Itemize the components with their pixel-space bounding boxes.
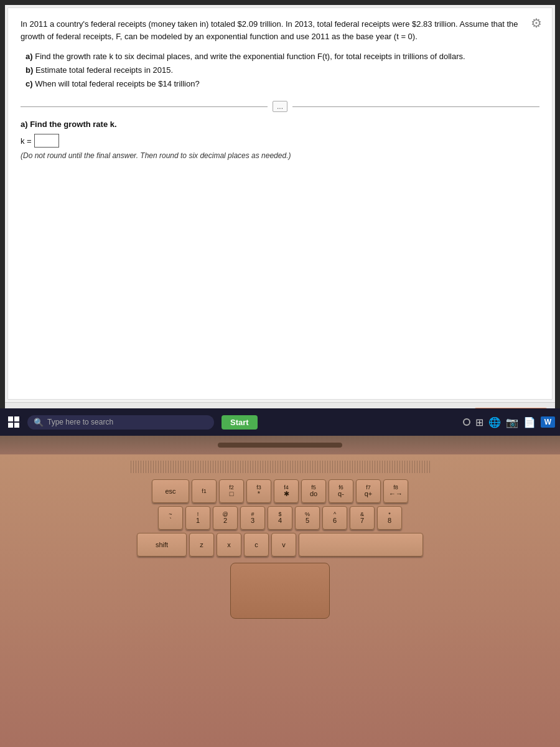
screen-area: ⚙ In 2011 a country's federal receipts (… bbox=[0, 0, 560, 436]
answer-section: a) Find the growth rate k. k = (Do not r… bbox=[21, 120, 539, 160]
browser-window: ⚙ In 2011 a country's federal receipts (… bbox=[5, 5, 555, 431]
sub-question-a: a) Find the growth rate k to six decimal… bbox=[26, 50, 539, 63]
taskbar-right: ⊞ 🌐 📷 📄 W bbox=[463, 416, 555, 428]
taskbar-app2-icon[interactable]: 📄 bbox=[523, 416, 536, 428]
problem-container: ⚙ In 2011 a country's federal receipts (… bbox=[7, 7, 553, 400]
key-f2[interactable]: f2□ bbox=[219, 479, 244, 503]
key-f4[interactable]: f4✱ bbox=[274, 479, 299, 503]
search-placeholder-text: Type here to search bbox=[47, 418, 113, 426]
search-icon: 🔍 bbox=[34, 418, 44, 427]
windows-icon[interactable] bbox=[5, 413, 22, 431]
settings-icon[interactable]: ⚙ bbox=[531, 16, 542, 31]
key-2[interactable]: @2 bbox=[213, 506, 238, 530]
key-esc[interactable]: esc bbox=[152, 479, 189, 503]
key-6[interactable]: ^6 bbox=[322, 506, 347, 530]
divider-line-left bbox=[21, 106, 268, 107]
search-bar[interactable]: 🔍 Type here to search bbox=[27, 415, 214, 430]
key-f7[interactable]: f7q+ bbox=[356, 479, 381, 503]
hinge-area bbox=[0, 436, 560, 454]
key-space[interactable] bbox=[299, 533, 423, 557]
k-input[interactable] bbox=[34, 134, 59, 148]
taskbar-app1-icon[interactable]: 📷 bbox=[506, 416, 518, 428]
start-button[interactable]: Start bbox=[222, 415, 258, 430]
key-f5[interactable]: f5do bbox=[301, 479, 326, 503]
sub-a-text: Find the growth rate k to six decimal pl… bbox=[35, 52, 465, 61]
key-5[interactable]: %5 bbox=[295, 506, 320, 530]
key-v[interactable]: v bbox=[271, 533, 296, 557]
hinge-bar bbox=[218, 443, 342, 448]
key-f3[interactable]: f3* bbox=[246, 479, 271, 503]
divider: ... bbox=[21, 101, 539, 112]
taskbar-circle-icon bbox=[463, 418, 470, 426]
key-8[interactable]: *8 bbox=[377, 506, 402, 530]
sub-question-b: b) Estimate total federal receipts in 20… bbox=[26, 63, 539, 77]
key-row-space: shift z x c v bbox=[42, 533, 518, 557]
key-f1[interactable]: f1 bbox=[192, 479, 217, 503]
sub-b-text: Estimate total federal receipts in 2015. bbox=[35, 65, 173, 75]
hint-text: (Do not round until the final answer. Th… bbox=[21, 151, 539, 160]
taskbar-w-icon[interactable]: W bbox=[541, 416, 555, 428]
answer-section-title: a) Find the growth rate k. bbox=[21, 120, 539, 129]
key-c[interactable]: c bbox=[244, 533, 269, 557]
key-z[interactable]: z bbox=[189, 533, 214, 557]
sub-c-text: When will total federal receipts be $14 … bbox=[35, 79, 199, 88]
key-f6[interactable]: f6q- bbox=[329, 479, 353, 503]
content-area: ⚙ In 2011 a country's federal receipts (… bbox=[5, 5, 555, 431]
key-1[interactable]: !1 bbox=[185, 506, 210, 530]
touchpad[interactable] bbox=[230, 563, 330, 619]
key-tilde[interactable]: ~` bbox=[158, 506, 183, 530]
key-f8[interactable]: f8←→ bbox=[383, 479, 408, 503]
k-input-row: k = bbox=[21, 134, 539, 148]
key-7[interactable]: &7 bbox=[350, 506, 375, 530]
taskbar-desktop-icon[interactable]: ⊞ bbox=[475, 416, 483, 428]
sub-questions: a) Find the growth rate k to six decimal… bbox=[26, 50, 539, 91]
sub-a-label: a) bbox=[26, 52, 33, 61]
divider-dots: ... bbox=[273, 101, 287, 112]
key-row-fn: esc f1 f2□ f3* f4✱ f5do f6q- f7q+ f8←→ bbox=[42, 479, 518, 503]
key-4[interactable]: $4 bbox=[268, 506, 292, 530]
taskbar: 🔍 Type here to search Start ⊞ 🌐 📷 📄 W bbox=[0, 408, 560, 436]
divider-line-right bbox=[292, 106, 539, 107]
speaker-row bbox=[28, 461, 532, 473]
key-shift-left[interactable]: shift bbox=[137, 533, 187, 557]
laptop-body: esc f1 f2□ f3* f4✱ f5do f6q- f7q+ f8←→ ~… bbox=[0, 436, 560, 747]
speaker-grille bbox=[129, 461, 431, 473]
key-3[interactable]: #3 bbox=[240, 506, 265, 530]
keyboard-rows: esc f1 f2□ f3* f4✱ f5do f6q- f7q+ f8←→ ~… bbox=[42, 479, 518, 557]
k-label: k = bbox=[21, 136, 32, 146]
keyboard-area: esc f1 f2□ f3* f4✱ f5do f6q- f7q+ f8←→ ~… bbox=[0, 454, 560, 747]
key-x[interactable]: x bbox=[217, 533, 241, 557]
sub-b-label: b) bbox=[26, 65, 33, 75]
key-row-numbers: ~` !1 @2 #3 $4 %5 ^6 &7 *8 bbox=[42, 506, 518, 530]
taskbar-edge-icon[interactable]: 🌐 bbox=[488, 416, 501, 428]
sub-c-label: c) bbox=[26, 79, 33, 88]
problem-intro-text: In 2011 a country's federal receipts (mo… bbox=[21, 18, 539, 42]
sub-question-c: c) When will total federal receipts be $… bbox=[26, 77, 539, 91]
